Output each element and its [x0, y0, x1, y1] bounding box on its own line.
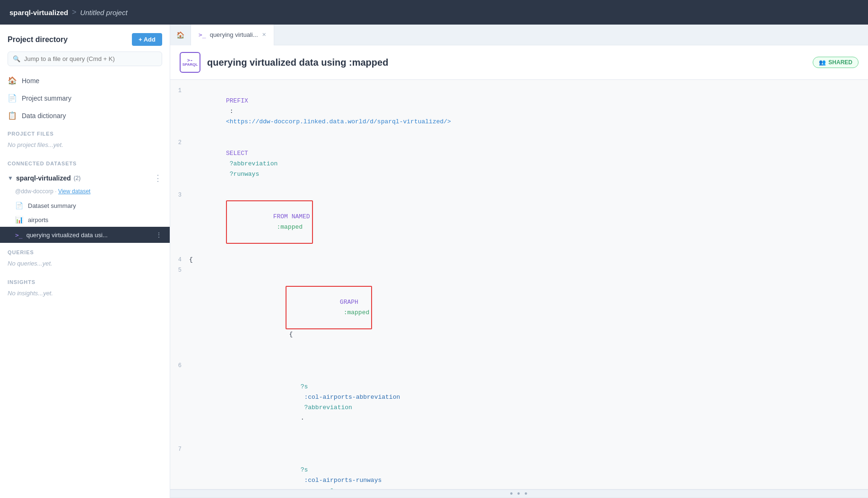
active-query-label: querying virtualized data usi...: [26, 232, 108, 239]
sidebar-item-data-dictionary[interactable]: 📋 Data dictionary: [0, 107, 170, 124]
var-runways: ?runways: [226, 171, 259, 178]
sidebar-item-airports-label: airports: [28, 216, 48, 223]
sidebar-item-home[interactable]: 🏠 Home: [0, 72, 170, 89]
code-line-7: 7 ?s :col-airports-runways ?runways .: [170, 444, 868, 489]
shared-label: SHARED: [828, 59, 852, 66]
document-icon: 📄: [8, 94, 17, 103]
dataset-name: sparql-virtualized: [16, 174, 71, 182]
triple2-prop: :col-airports-runways: [301, 477, 382, 484]
code-line-1: 1 PREFIX : <https://ddw-doccorp.linked.d…: [170, 86, 868, 137]
home-tab-icon: 🏠: [176, 31, 184, 39]
sparql-badge: >- SPARQL: [180, 52, 200, 73]
code-line-2: 2 SELECT ?abbreviation ?runways: [170, 137, 868, 189]
sidebar-item-data-dictionary-label: Data dictionary: [22, 112, 66, 120]
sidebar-item-dataset-summary[interactable]: 📄 Dataset summary: [0, 198, 170, 213]
project-name[interactable]: sparql-virtualized: [9, 9, 68, 17]
code-line-3: 3 FROM NAMED :mapped: [170, 190, 868, 255]
sidebar-header: Project directory + Add: [0, 25, 170, 52]
dataset-org: @ddw-doccorp: [15, 188, 53, 195]
active-query-left: >_ querying virtualized data usi...: [15, 232, 108, 239]
code-line-5: 5 GRAPH :mapped {: [170, 265, 868, 361]
kw-prefix: PREFIX: [226, 97, 248, 104]
query-title: querying virtualized data using :mapped: [207, 57, 806, 68]
dataset-menu-icon[interactable]: ⋮: [154, 173, 162, 183]
tabs-bar: 🏠 >_ querying virtuali... ✕: [170, 25, 868, 45]
breadcrumb-separator: >: [72, 8, 76, 17]
prefix-url: <https://ddw-doccorp.linked.data.world/d…: [226, 118, 451, 125]
graph-highlight: GRAPH :mapped: [286, 286, 373, 329]
kw-from-named: FROM NAMED: [273, 213, 310, 220]
sidebar-item-home-label: Home: [22, 77, 39, 85]
var-abbreviation: ?abbreviation: [226, 160, 278, 167]
connected-datasets-label: CONNECTED DATASETS: [0, 154, 170, 169]
sidebar: Project directory + Add 🔍 🏠 Home 📄 Proje…: [0, 25, 170, 498]
active-query-item[interactable]: >_ querying virtualized data usi... ⋮: [0, 227, 170, 243]
sparql-badge-text: SPARQL: [182, 63, 198, 67]
document-icon-2: 📄: [15, 202, 23, 209]
kw-graph: GRAPH: [340, 299, 358, 306]
content-area: 🏠 >_ querying virtuali... ✕ >- SPARQL qu…: [170, 25, 868, 498]
resize-dots-icon: • • •: [510, 489, 529, 498]
sidebar-title: Project directory: [8, 35, 68, 44]
search-input[interactable]: [24, 55, 157, 62]
dataset-count: (2): [74, 175, 81, 181]
main-layout: Project directory + Add 🔍 🏠 Home 📄 Proje…: [0, 25, 868, 498]
from-named-highlight: FROM NAMED :mapped: [226, 200, 313, 244]
project-files-label: PROJECT FILES: [0, 124, 170, 139]
dataset-header[interactable]: ▼ sparql-virtualized (2) ⋮: [0, 169, 170, 187]
tab-close-icon[interactable]: ✕: [262, 32, 266, 38]
view-dataset-link[interactable]: View dataset: [58, 188, 91, 195]
code-editor[interactable]: 1 PREFIX : <https://ddw-doccorp.linked.d…: [170, 80, 868, 489]
kw-select: SELECT: [226, 150, 248, 157]
sparql-tab-icon: >_: [199, 31, 206, 38]
triple1-obj: ?abbreviation: [301, 404, 352, 411]
graph-mapped-val: :mapped: [340, 309, 369, 316]
add-button[interactable]: + Add: [132, 33, 162, 46]
triple1-subj: ?s: [301, 383, 308, 390]
sidebar-item-project-summary-label: Project summary: [22, 94, 71, 102]
active-query-menu-icon[interactable]: ⋮: [156, 231, 162, 239]
shared-icon: 👥: [819, 59, 826, 66]
from-mapped-val: :mapped: [273, 223, 303, 231]
dataset-header-left: ▼ sparql-virtualized (2): [8, 174, 80, 182]
table-icon: 📊: [15, 216, 23, 223]
query-tab-label: querying virtuali...: [210, 31, 258, 38]
resize-handle[interactable]: • • •: [170, 489, 868, 498]
query-tab[interactable]: >_ querying virtuali... ✕: [191, 25, 274, 45]
list-icon: 📋: [8, 111, 17, 120]
project-title[interactable]: Untitled project: [80, 9, 128, 17]
top-bar: sparql-virtualized > Untitled project: [0, 0, 868, 25]
dataset-org-row: @ddw-doccorp · View dataset: [0, 187, 170, 198]
sparql-icon-sidebar: >_: [15, 232, 23, 239]
chevron-down-icon: ▼: [8, 175, 13, 181]
triple2-subj: ?s: [301, 466, 308, 473]
no-queries: No queries...yet.: [0, 258, 170, 273]
queries-label: QUERIES: [0, 243, 170, 258]
insights-label: INSIGHTS: [0, 273, 170, 288]
home-tab[interactable]: 🏠: [170, 25, 191, 45]
code-line-6: 6 ?s :col-airports-abbreviation ?abbrevi…: [170, 361, 868, 444]
sidebar-item-airports[interactable]: 📊 airports: [0, 213, 170, 227]
search-icon: 🔍: [13, 55, 20, 62]
sidebar-item-dataset-summary-label: Dataset summary: [28, 202, 76, 209]
search-box[interactable]: 🔍: [8, 52, 162, 66]
no-project-files: No project files...yet.: [0, 139, 170, 154]
home-icon: 🏠: [8, 76, 17, 85]
sidebar-item-project-summary[interactable]: 📄 Project summary: [0, 89, 170, 107]
query-header: >- SPARQL querying virtualized data usin…: [170, 45, 868, 80]
triple1-prop: :col-airports-abbreviation: [301, 394, 400, 401]
no-insights: No insights...yet.: [0, 288, 170, 302]
code-line-4: 4 {: [170, 255, 868, 265]
shared-badge: 👥 SHARED: [813, 57, 859, 68]
